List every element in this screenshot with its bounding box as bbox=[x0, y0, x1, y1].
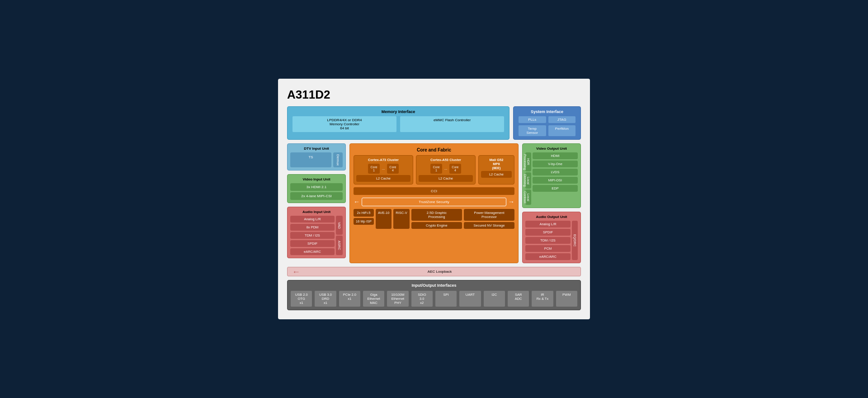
mipi-dsi-box: MIPI-DSI bbox=[533, 177, 578, 184]
asrc-box: ASRC bbox=[336, 236, 343, 255]
right-column: Video Output Unit HDR Processing Local D… bbox=[522, 143, 581, 264]
aec-box: ← AEC Loopback bbox=[287, 267, 581, 276]
usb3-box: USB 3.0 DRDx1 bbox=[314, 290, 336, 307]
io-title: Input/Output Interfaces bbox=[290, 283, 578, 288]
trustzone-box: TrustZone Security bbox=[362, 198, 506, 206]
memory-interface-title: Memory Interface bbox=[292, 109, 505, 114]
crypto-box: Crypto Engine bbox=[411, 222, 462, 229]
dtv-title: DTV Input Unit bbox=[290, 147, 343, 151]
earc-output-box: eARC/ARC bbox=[525, 253, 571, 260]
clusters-row: Cortex-A73 Cluster Core1 ... Core4 L2 Ca… bbox=[354, 155, 514, 185]
analog-input-box: Analog L/R bbox=[290, 216, 335, 223]
vo-main: HDMI V-by-One LVDS MIPI-DSI EDP bbox=[533, 152, 578, 205]
lpddr-box: LPDDR4/4X or DDR4Memory Controller64 bit bbox=[292, 116, 397, 133]
hdmi-input-box: 3x HDMI 2.1 bbox=[290, 183, 343, 191]
top-row: Memory Interface LPDDR4/4X or DDR4Memory… bbox=[287, 106, 581, 140]
vi-title: Video Input Unit bbox=[290, 177, 343, 181]
edp-box: EDP bbox=[533, 185, 578, 192]
giga-eth-box: GigaEthernetMAC bbox=[363, 290, 385, 307]
ai-main: Analog L/R 8x PDM TDM / I2S SPDIF eARC/A… bbox=[290, 216, 335, 255]
a53-l2: L2 Cache bbox=[419, 175, 473, 182]
diagram-container: A311D2 Memory Interface LPDDR4/4X or DDR… bbox=[278, 79, 590, 320]
ao-side: EQ/DRC bbox=[572, 221, 578, 260]
cortex-a73-cluster: Cortex-A73 Cluster Core1 ... Core4 L2 Ca… bbox=[354, 155, 413, 185]
aec-label: AEC Loopback bbox=[428, 270, 452, 274]
usb2-box: USB 2.0OTGx1 bbox=[290, 290, 312, 307]
vo-title: Video Output Unit bbox=[525, 147, 578, 151]
io-grid: USB 2.0OTGx1 USB 3.0 DRDx1 PCIe 2.0x1 Gi… bbox=[290, 290, 578, 307]
secured-box: Secured NV Storage bbox=[464, 222, 514, 229]
power-box: Power ManagementProcessor bbox=[464, 209, 514, 221]
local-dimming-box: Local Dimming bbox=[525, 172, 531, 189]
crypto-secured: Crypto Engine bbox=[411, 222, 462, 229]
trustzone-row: ← TrustZone Security → bbox=[354, 198, 514, 206]
spdif-output-box: SPDIF bbox=[525, 229, 571, 236]
aec-row: ← AEC Loopback bbox=[287, 267, 581, 276]
i2c-box: I2C bbox=[483, 290, 505, 307]
chip-title: A311D2 bbox=[287, 88, 581, 102]
sys-grid: PLLs JTAG TempSensor PerfMon bbox=[518, 116, 576, 137]
ai-inner: Analog L/R 8x PDM TDM / I2S SPDIF eARC/A… bbox=[290, 216, 343, 255]
trustzone-left-arrow: ← bbox=[354, 198, 360, 205]
core-fabric-title: Core and Fabric bbox=[354, 147, 514, 152]
system-interface-title: System Interface bbox=[518, 109, 576, 114]
left-column: DTV Input Unit TS Demux Video Input Unit… bbox=[287, 143, 346, 264]
cci-box: CCI bbox=[354, 187, 514, 195]
earc-input-box: eARC/ARC bbox=[290, 248, 335, 255]
emmc-box: eMMC Flash Controller bbox=[400, 116, 505, 133]
vo-side: HDR Processing Local Dimming Local Contr… bbox=[525, 152, 531, 205]
a73-title: Cortex-A73 Cluster bbox=[356, 158, 410, 162]
hdr-box: HDR Processing bbox=[525, 152, 531, 172]
graphic-col: 2.5D GraphicProcessing Crypto Engine bbox=[411, 209, 462, 229]
core-fabric: Core and Fabric Cortex-A73 Cluster Core1… bbox=[349, 143, 519, 264]
eq-drc-box: EQ/DRC bbox=[572, 221, 578, 260]
a53-core1: Core1 bbox=[430, 164, 442, 174]
ts-box: TS bbox=[290, 152, 331, 167]
pdm-box: 8x PDM bbox=[290, 224, 335, 231]
sar-adc-box: SARADC bbox=[507, 290, 529, 307]
pcie-box: PCIe 2.0x1 bbox=[339, 290, 361, 307]
a53-dots: ... bbox=[443, 166, 448, 171]
analog-output-box: Analog L/R bbox=[525, 221, 571, 227]
pcm-box: PCM bbox=[525, 245, 571, 252]
a73-core4: Core4 bbox=[387, 164, 398, 174]
risc-v-box: RISC-V bbox=[393, 209, 409, 229]
audio-input-unit: Audio Input Unit Analog L/R 8x PDM TDM /… bbox=[287, 207, 346, 258]
audio-output-unit: Audio Output Unit Analog L/R SPDIF TDM /… bbox=[522, 212, 581, 263]
dtv-inner: TS Demux bbox=[290, 152, 343, 167]
memory-interface: Memory Interface LPDDR4/4X or DDR4Memory… bbox=[287, 106, 509, 140]
a53-core4: Core4 bbox=[449, 164, 461, 174]
eth-100-box: 10/100MEthernetPHY bbox=[387, 290, 409, 307]
ao-inner: Analog L/R SPDIF TDM / I2S PCM eARC/ARC … bbox=[525, 221, 578, 260]
power-col: Power ManagementProcessor Secured NV Sto… bbox=[464, 209, 514, 229]
spi-box: SPI bbox=[435, 290, 457, 307]
vbyone-box: V-by-One bbox=[533, 161, 578, 167]
jtag-box: JTAG bbox=[548, 116, 576, 123]
ai-title: Audio Input Unit bbox=[290, 210, 343, 214]
core-bottom-row: 2x HiFi-5 16 Mp ISP AVE-10 RISC-V 2.5D G… bbox=[354, 209, 514, 229]
sdio-box: SDIO3.0x2 bbox=[411, 290, 433, 307]
uart-box: UART bbox=[459, 290, 481, 307]
ir-box: IRRx & Tx bbox=[531, 290, 553, 307]
a73-l2: L2 Cache bbox=[356, 175, 410, 182]
spdif-input-box: SPDIF bbox=[290, 240, 335, 247]
aec-arrow: ← bbox=[292, 267, 300, 276]
tdm-input-box: TDM / I2S bbox=[290, 232, 335, 239]
video-input-unit: Video Input Unit 3x HDMI 2.1 2x 4-lane M… bbox=[287, 174, 346, 203]
demux-box: Demux bbox=[333, 152, 343, 167]
mali-title: Mali G52MP8(8EE) bbox=[481, 158, 512, 170]
ai-side: VAD ASRC bbox=[336, 216, 343, 255]
mali-l2: L2 Cache bbox=[481, 171, 512, 178]
ave-box: AVE-10 bbox=[376, 209, 392, 229]
a53-cores: Core1 ... Core4 bbox=[419, 164, 473, 174]
vo-inner: HDR Processing Local Dimming Local Contr… bbox=[525, 152, 578, 205]
hifi-group: 2x HiFi-5 16 Mp ISP bbox=[354, 209, 374, 229]
ao-main: Analog L/R SPDIF TDM / I2S PCM eARC/ARC bbox=[525, 221, 571, 260]
memory-inner: LPDDR4/4X or DDR4Memory Controller64 bit… bbox=[292, 116, 505, 133]
graphic-box: 2.5D GraphicProcessing bbox=[411, 209, 462, 221]
io-section: Input/Output Interfaces USB 2.0OTGx1 USB… bbox=[287, 280, 581, 310]
mipi-input-box: 2x 4-lane MIPI-CSI bbox=[290, 192, 343, 200]
a73-dots: ... bbox=[381, 166, 386, 171]
a53-title: Cortex-A53 Cluster bbox=[419, 158, 473, 162]
trustzone-right-arrow: → bbox=[508, 198, 514, 205]
